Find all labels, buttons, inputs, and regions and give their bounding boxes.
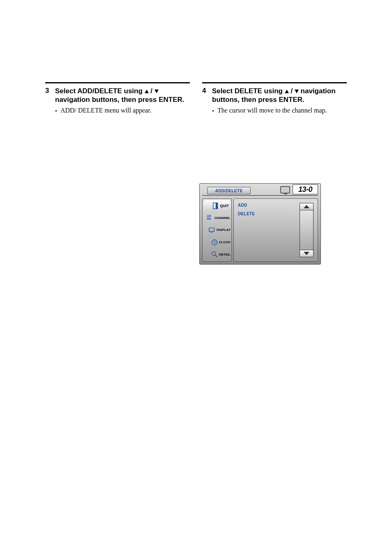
up-arrow-icon <box>285 90 289 93</box>
bullet-icon: • <box>212 108 214 115</box>
divider <box>45 82 190 83</box>
osd-main-panel: ADD DELETE <box>233 198 318 262</box>
sidebar-item-channel[interactable]: 123456 CHANNEL <box>203 212 231 223</box>
down-arrow-icon <box>154 90 159 93</box>
svg-text:123: 123 <box>207 215 211 218</box>
step-number: 3 <box>45 87 51 95</box>
door-icon <box>212 202 220 210</box>
svg-text:456: 456 <box>207 218 211 221</box>
svg-rect-5 <box>211 232 212 233</box>
svg-rect-1 <box>216 203 218 209</box>
divider <box>202 82 347 83</box>
osd-menu: ADD/DELETE 13-0 QUIT 123456 CHANNEL <box>199 183 321 265</box>
left-column: 3 Select ADD/DELETE using / navigation b… <box>45 82 190 115</box>
divider <box>202 195 318 196</box>
clock-icon <box>210 239 219 246</box>
osd-sidebar: QUIT 123456 CHANNEL DISPLAY CLOCK <box>202 198 232 262</box>
numbers-icon: 123456 <box>206 214 214 221</box>
scroll-track[interactable] <box>300 210 314 250</box>
step-instruction: Select ADD/DELETE using / navigation but… <box>55 87 190 104</box>
sidebar-item-detail[interactable]: DETAIL <box>203 249 231 260</box>
step-instruction: Select DELETE using / navigation buttons… <box>212 87 347 104</box>
monitor-icon <box>208 226 216 234</box>
osd-title-tab: ADD/DELETE <box>207 187 251 194</box>
note-text: ADD/ DELETE menu will appear. <box>60 107 152 114</box>
svg-point-7 <box>212 252 215 256</box>
sidebar-item-quit[interactable]: QUIT <box>203 200 231 212</box>
triangle-up-icon <box>304 205 309 208</box>
up-arrow-icon <box>145 90 149 93</box>
down-arrow-icon <box>295 90 299 93</box>
scroll-down-button[interactable] <box>300 250 314 257</box>
channel-number: 13-0 <box>293 184 318 194</box>
note-text: The cursor will move to the channel map. <box>217 107 327 114</box>
bullet-icon: • <box>55 108 57 115</box>
triangle-down-icon <box>304 252 309 255</box>
magnifier-icon <box>210 251 219 258</box>
svg-rect-4 <box>209 228 214 232</box>
tv-icon <box>280 186 290 193</box>
step-number: 4 <box>202 87 208 95</box>
note-row: • ADD/ DELETE menu will appear. <box>55 107 190 115</box>
note-row: • The cursor will move to the channel ma… <box>212 107 347 115</box>
sidebar-item-clock[interactable]: CLOCK <box>203 237 231 248</box>
scroll-box <box>300 203 314 257</box>
right-column: 4 Select DELETE using / navigation butto… <box>202 82 347 115</box>
scroll-up-button[interactable] <box>300 203 314 210</box>
sidebar-item-display[interactable]: DISPLAY <box>203 224 231 236</box>
